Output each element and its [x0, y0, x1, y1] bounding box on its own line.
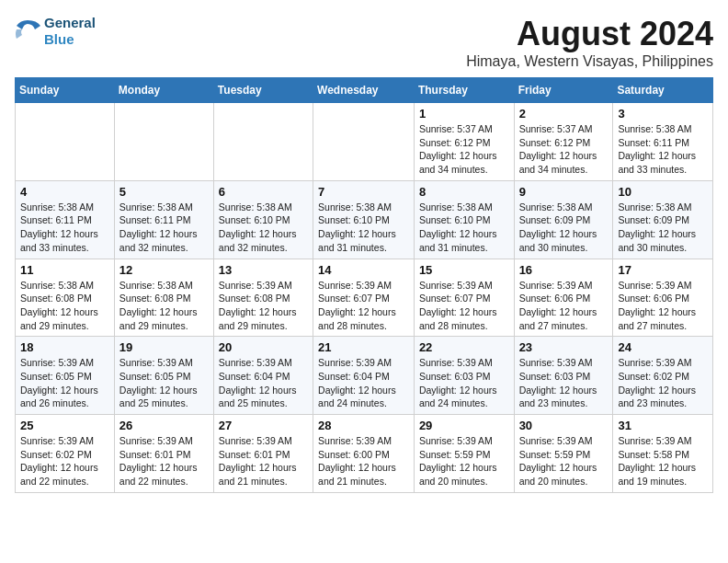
day-number: 28	[318, 419, 409, 432]
day-number: 26	[119, 419, 209, 432]
day-info: Sunrise: 5:39 AMSunset: 6:03 PMDaylight:…	[419, 356, 509, 410]
calendar-week-2: 11Sunrise: 5:38 AMSunset: 6:08 PMDayligh…	[16, 259, 713, 337]
day-info: Sunrise: 5:39 AMSunset: 5:58 PMDaylight:…	[618, 434, 708, 488]
calendar-cell: 2Sunrise: 5:37 AMSunset: 6:12 PMDaylight…	[514, 103, 613, 181]
day-number: 24	[618, 340, 708, 354]
day-info: Sunrise: 5:39 AMSunset: 6:02 PMDaylight:…	[20, 434, 109, 488]
month-title: August 2024	[466, 15, 713, 53]
calendar-week-1: 4Sunrise: 5:38 AMSunset: 6:11 PMDaylight…	[16, 180, 713, 259]
day-info: Sunrise: 5:39 AMSunset: 6:01 PMDaylight:…	[119, 434, 209, 488]
calendar-cell: 27Sunrise: 5:39 AMSunset: 6:01 PMDayligh…	[213, 415, 313, 493]
day-info: Sunrise: 5:39 AMSunset: 5:59 PMDaylight:…	[519, 434, 609, 488]
day-info: Sunrise: 5:38 AMSunset: 6:10 PMDaylight:…	[419, 201, 509, 255]
calendar-cell: 13Sunrise: 5:39 AMSunset: 6:08 PMDayligh…	[213, 259, 313, 337]
day-number: 22	[419, 340, 509, 354]
day-info: Sunrise: 5:39 AMSunset: 5:59 PMDaylight:…	[419, 434, 509, 488]
day-number: 18	[20, 340, 109, 354]
day-info: Sunrise: 5:38 AMSunset: 6:10 PMDaylight:…	[318, 201, 409, 255]
logo-icon	[15, 18, 40, 44]
logo: General Blue	[15, 15, 96, 48]
day-number: 4	[20, 185, 109, 199]
day-info: Sunrise: 5:39 AMSunset: 6:07 PMDaylight:…	[318, 279, 409, 333]
calendar-header-row: SundayMondayTuesdayWednesdayThursdayFrid…	[16, 78, 713, 103]
calendar-cell: 19Sunrise: 5:39 AMSunset: 6:05 PMDayligh…	[114, 337, 213, 415]
calendar-cell: 11Sunrise: 5:38 AMSunset: 6:08 PMDayligh…	[16, 259, 115, 337]
day-number: 8	[419, 185, 509, 199]
day-info: Sunrise: 5:37 AMSunset: 6:12 PMDaylight:…	[519, 122, 609, 177]
calendar-cell: 9Sunrise: 5:38 AMSunset: 6:09 PMDaylight…	[514, 180, 613, 259]
day-number: 12	[119, 263, 209, 277]
calendar-table: SundayMondayTuesdayWednesdayThursdayFrid…	[15, 77, 713, 493]
calendar-cell: 14Sunrise: 5:39 AMSunset: 6:07 PMDayligh…	[313, 259, 415, 337]
day-number: 7	[318, 185, 409, 199]
day-number: 29	[419, 419, 509, 432]
col-header-tuesday: Tuesday	[213, 78, 313, 103]
calendar-cell: 25Sunrise: 5:39 AMSunset: 6:02 PMDayligh…	[16, 415, 115, 493]
calendar-cell: 18Sunrise: 5:39 AMSunset: 6:05 PMDayligh…	[16, 337, 115, 415]
day-number: 20	[219, 340, 308, 354]
day-info: Sunrise: 5:38 AMSunset: 6:09 PMDaylight:…	[519, 201, 609, 255]
calendar-cell: 16Sunrise: 5:39 AMSunset: 6:06 PMDayligh…	[514, 259, 613, 337]
day-number: 14	[318, 263, 409, 277]
col-header-wednesday: Wednesday	[313, 78, 415, 103]
day-info: Sunrise: 5:39 AMSunset: 6:05 PMDaylight:…	[119, 356, 209, 410]
day-number: 9	[519, 185, 609, 199]
day-info: Sunrise: 5:39 AMSunset: 6:01 PMDaylight:…	[219, 434, 308, 488]
calendar-week-0: 1Sunrise: 5:37 AMSunset: 6:12 PMDaylight…	[16, 103, 713, 181]
calendar-cell: 23Sunrise: 5:39 AMSunset: 6:03 PMDayligh…	[514, 337, 613, 415]
calendar-cell	[313, 103, 415, 181]
calendar-cell	[114, 103, 213, 181]
day-info: Sunrise: 5:39 AMSunset: 6:08 PMDaylight:…	[219, 279, 308, 333]
calendar-cell	[16, 103, 115, 181]
day-info: Sunrise: 5:38 AMSunset: 6:09 PMDaylight:…	[618, 201, 708, 255]
day-info: Sunrise: 5:38 AMSunset: 6:11 PMDaylight:…	[20, 201, 109, 255]
day-info: Sunrise: 5:39 AMSunset: 6:06 PMDaylight:…	[519, 279, 609, 333]
calendar-cell: 21Sunrise: 5:39 AMSunset: 6:04 PMDayligh…	[313, 337, 415, 415]
day-number: 19	[119, 340, 209, 354]
day-info: Sunrise: 5:38 AMSunset: 6:08 PMDaylight:…	[119, 279, 209, 333]
day-number: 2	[519, 107, 609, 121]
day-info: Sunrise: 5:38 AMSunset: 6:10 PMDaylight:…	[219, 201, 308, 255]
calendar-cell: 28Sunrise: 5:39 AMSunset: 6:00 PMDayligh…	[313, 415, 415, 493]
col-header-sunday: Sunday	[16, 78, 115, 103]
calendar-cell: 31Sunrise: 5:39 AMSunset: 5:58 PMDayligh…	[613, 415, 713, 493]
calendar-week-3: 18Sunrise: 5:39 AMSunset: 6:05 PMDayligh…	[16, 337, 713, 415]
day-number: 25	[20, 419, 109, 432]
day-number: 27	[219, 419, 308, 432]
day-number: 31	[618, 419, 708, 432]
calendar-cell: 7Sunrise: 5:38 AMSunset: 6:10 PMDaylight…	[313, 180, 415, 259]
day-number: 6	[219, 185, 308, 199]
calendar-cell: 8Sunrise: 5:38 AMSunset: 6:10 PMDaylight…	[414, 180, 514, 259]
logo-text: General Blue	[44, 15, 96, 48]
day-number: 23	[519, 340, 609, 354]
calendar-cell: 10Sunrise: 5:38 AMSunset: 6:09 PMDayligh…	[613, 180, 713, 259]
day-info: Sunrise: 5:39 AMSunset: 6:07 PMDaylight:…	[419, 279, 509, 333]
calendar-cell: 20Sunrise: 5:39 AMSunset: 6:04 PMDayligh…	[213, 337, 313, 415]
calendar-cell	[213, 103, 313, 181]
day-number: 3	[618, 107, 708, 121]
day-info: Sunrise: 5:39 AMSunset: 6:05 PMDaylight:…	[20, 356, 109, 410]
day-info: Sunrise: 5:37 AMSunset: 6:12 PMDaylight:…	[419, 122, 509, 177]
day-info: Sunrise: 5:38 AMSunset: 6:11 PMDaylight:…	[119, 201, 209, 255]
col-header-thursday: Thursday	[414, 78, 514, 103]
location-title: Himaya, Western Visayas, Philippines	[466, 53, 713, 70]
calendar-cell: 29Sunrise: 5:39 AMSunset: 5:59 PMDayligh…	[414, 415, 514, 493]
calendar-week-4: 25Sunrise: 5:39 AMSunset: 6:02 PMDayligh…	[16, 415, 713, 493]
day-info: Sunrise: 5:39 AMSunset: 6:04 PMDaylight:…	[219, 356, 308, 410]
calendar-cell: 15Sunrise: 5:39 AMSunset: 6:07 PMDayligh…	[414, 259, 514, 337]
day-info: Sunrise: 5:39 AMSunset: 6:02 PMDaylight:…	[618, 356, 708, 410]
calendar-cell: 17Sunrise: 5:39 AMSunset: 6:06 PMDayligh…	[613, 259, 713, 337]
day-number: 1	[419, 107, 509, 121]
day-number: 16	[519, 263, 609, 277]
calendar-cell: 26Sunrise: 5:39 AMSunset: 6:01 PMDayligh…	[114, 415, 213, 493]
day-number: 5	[119, 185, 209, 199]
calendar-cell: 6Sunrise: 5:38 AMSunset: 6:10 PMDaylight…	[213, 180, 313, 259]
calendar-cell: 1Sunrise: 5:37 AMSunset: 6:12 PMDaylight…	[414, 103, 514, 181]
day-number: 21	[318, 340, 409, 354]
calendar-cell: 24Sunrise: 5:39 AMSunset: 6:02 PMDayligh…	[613, 337, 713, 415]
day-number: 15	[419, 263, 509, 277]
day-number: 13	[219, 263, 308, 277]
col-header-friday: Friday	[514, 78, 613, 103]
day-info: Sunrise: 5:38 AMSunset: 6:11 PMDaylight:…	[618, 122, 708, 177]
calendar-cell: 22Sunrise: 5:39 AMSunset: 6:03 PMDayligh…	[414, 337, 514, 415]
